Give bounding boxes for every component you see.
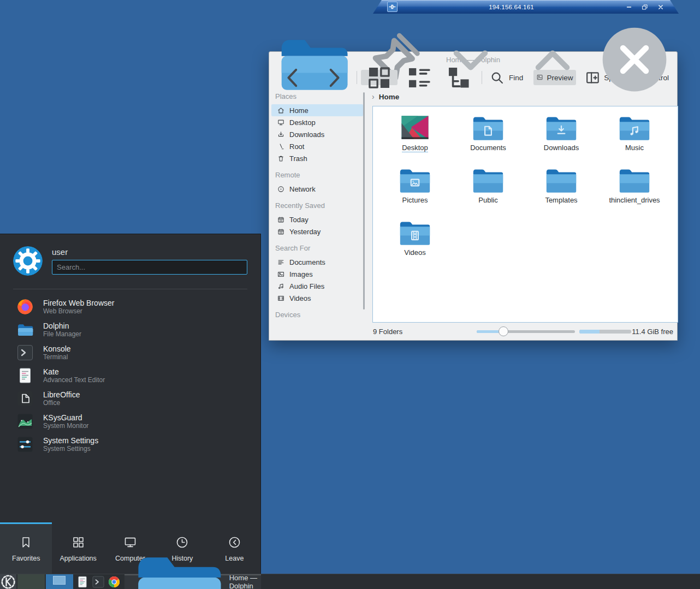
minimize-button[interactable] bbox=[625, 3, 633, 11]
pager-desktop-2[interactable] bbox=[46, 574, 73, 589]
app-text: System SettingsSystem Settings bbox=[43, 436, 98, 453]
folder-label: Templates bbox=[545, 196, 577, 204]
folder-label: Downloads bbox=[544, 144, 579, 152]
folder-item-downloads[interactable]: Downloads bbox=[525, 114, 598, 166]
sidebar-scrollbar[interactable] bbox=[363, 92, 365, 310]
app-title: Kate bbox=[43, 367, 105, 376]
app-item-ksysguard[interactable]: KSysGuardSystem Monitor bbox=[0, 410, 260, 433]
sidebar-item-network[interactable]: Network bbox=[269, 183, 365, 195]
window-minimize-button[interactable] bbox=[432, 21, 509, 98]
audio-icon bbox=[277, 282, 285, 290]
firefox-icon bbox=[16, 298, 34, 316]
sidebar-item-desktop[interactable]: Desktop bbox=[269, 116, 365, 128]
search-input[interactable] bbox=[52, 260, 247, 275]
taskbar: Home — Dolphin bbox=[0, 574, 700, 589]
folder-item-thinclient-drives[interactable]: thinclient_drives bbox=[598, 166, 671, 219]
root-icon bbox=[277, 142, 285, 151]
app-subtitle: Web Browser bbox=[43, 307, 114, 315]
zoom-slider-handle[interactable] bbox=[499, 326, 508, 336]
tab-applications[interactable]: Applications bbox=[52, 522, 104, 574]
video-icon bbox=[277, 294, 285, 302]
app-text: KonsoleTerminal bbox=[43, 344, 71, 361]
sidebar-item-label: Root bbox=[289, 142, 304, 151]
icons-view-button[interactable] bbox=[361, 70, 398, 85]
free-space-label: 11.4 GiB free bbox=[632, 328, 673, 336]
breadcrumb: › Home bbox=[372, 90, 399, 103]
disk-usage-fill bbox=[579, 330, 600, 334]
window-maximize-button[interactable] bbox=[514, 21, 591, 98]
close-icon bbox=[657, 3, 665, 11]
window-close-button[interactable] bbox=[596, 21, 673, 98]
konsole-icon bbox=[16, 344, 34, 361]
pager-desktop-1[interactable] bbox=[17, 574, 45, 589]
app-item-kate[interactable]: KateAdvanced Text Editor bbox=[0, 364, 260, 387]
back-button[interactable] bbox=[275, 70, 311, 85]
app-item-firefox-web-browser[interactable]: Firefox Web BrowserWeb Browser bbox=[0, 295, 260, 318]
app-subtitle: Office bbox=[43, 399, 80, 407]
sidebar-section: PlacesHomeDesktopDownloadsRootTrash bbox=[269, 91, 365, 164]
folder-view[interactable]: DesktopDocumentsDownloadsMusicPicturesPu… bbox=[372, 106, 678, 323]
folder-item-pictures[interactable]: Pictures bbox=[378, 166, 452, 219]
app-item-system-settings[interactable]: System SettingsSystem Settings bbox=[0, 433, 260, 456]
app-launcher-button[interactable] bbox=[0, 574, 16, 589]
sidebar-item-videos[interactable]: Videos bbox=[269, 292, 365, 304]
folder-plain-icon bbox=[545, 166, 577, 194]
systemsettings-icon bbox=[16, 436, 34, 453]
kde-logo-icon bbox=[0, 574, 16, 589]
app-subtitle: System Monitor bbox=[43, 422, 88, 430]
libreoffice-icon bbox=[16, 390, 34, 407]
home-icon bbox=[277, 106, 285, 115]
status-bar: 9 Folders 11.4 GiB free bbox=[269, 324, 677, 340]
sidebar-item-home[interactable]: Home bbox=[271, 104, 363, 116]
remote-connection-bar[interactable]: 194.156.64.161 bbox=[373, 0, 679, 14]
divider bbox=[13, 289, 247, 289]
app-item-libreoffice[interactable]: LibreOfficeOffice bbox=[0, 387, 260, 410]
dolphin-app-icon bbox=[16, 321, 34, 338]
desktop-preview-icon bbox=[399, 114, 431, 141]
breadcrumb-chevron-icon: › bbox=[372, 92, 375, 101]
tab-favorites[interactable]: Favorites bbox=[0, 522, 52, 574]
folder-item-public[interactable]: Public bbox=[452, 166, 525, 219]
desktop[interactable]: 194.156.64.161 Home — Dolphin bbox=[0, 0, 700, 589]
sidebar-item-downloads[interactable]: Downloads bbox=[269, 128, 365, 140]
pin-button[interactable] bbox=[387, 2, 398, 12]
folder-label: Pictures bbox=[402, 196, 428, 204]
calendar-icon bbox=[277, 228, 285, 236]
sidebar-item-label: Home bbox=[289, 106, 309, 115]
sidebar-item-audio-files[interactable]: Audio Files bbox=[269, 280, 365, 292]
folder-item-videos[interactable]: Videos bbox=[378, 219, 452, 271]
compact-view-icon bbox=[404, 62, 435, 93]
sidebar-item-trash[interactable]: Trash bbox=[269, 152, 365, 164]
taskbar-kate-icon[interactable] bbox=[76, 575, 89, 588]
dolphin-window: Home — Dolphin Find Preview Split Contro… bbox=[269, 51, 678, 341]
task-button-dolphin[interactable]: Home — Dolphin bbox=[124, 574, 261, 589]
breadcrumb-home[interactable]: Home bbox=[379, 93, 400, 101]
sidebar-item-label: Images bbox=[289, 270, 313, 278]
folder-label: Videos bbox=[404, 248, 426, 257]
forward-button[interactable] bbox=[316, 70, 352, 85]
sidebar-item-documents[interactable]: Documents bbox=[269, 256, 365, 268]
folder-item-music[interactable]: Music bbox=[598, 114, 671, 166]
app-item-dolphin[interactable]: DolphinFile Manager bbox=[0, 318, 260, 341]
folder-item-desktop[interactable]: Desktop bbox=[378, 114, 452, 166]
sidebar-section-title: Places bbox=[269, 91, 365, 102]
close-button[interactable] bbox=[657, 3, 665, 11]
taskbar-chrome-icon[interactable] bbox=[108, 575, 121, 588]
zoom-slider[interactable] bbox=[477, 330, 575, 333]
task-folder-icon bbox=[128, 533, 225, 589]
sidebar-item-root[interactable]: Root bbox=[269, 140, 365, 152]
sidebar-section-title: Remote bbox=[269, 170, 365, 181]
sidebar-item-yesterday[interactable]: Yesterday bbox=[269, 225, 365, 237]
app-text: Firefox Web BrowserWeb Browser bbox=[43, 299, 114, 315]
restore-button[interactable] bbox=[641, 3, 649, 11]
app-item-konsole[interactable]: KonsoleTerminal bbox=[0, 341, 260, 364]
folder-item-documents[interactable]: Documents bbox=[452, 114, 525, 166]
sidebar-item-today[interactable]: Today bbox=[269, 213, 365, 225]
taskbar-konsole-icon[interactable] bbox=[92, 575, 105, 588]
pin-icon bbox=[388, 2, 397, 11]
folder-item-templates[interactable]: Templates bbox=[525, 166, 598, 219]
chrome-icon bbox=[108, 575, 121, 588]
sidebar-item-images[interactable]: Images bbox=[269, 268, 365, 280]
image-icon bbox=[277, 270, 285, 278]
sidebar-item-label: Downloads bbox=[289, 130, 324, 139]
